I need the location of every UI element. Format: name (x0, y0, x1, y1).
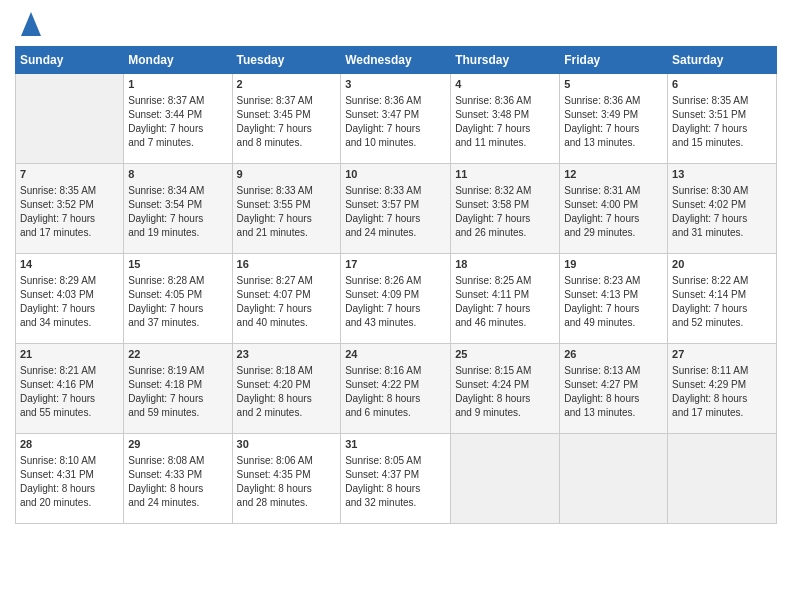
day-info: Sunrise: 8:37 AMSunset: 3:44 PMDaylight:… (128, 94, 227, 150)
day-number: 28 (20, 437, 119, 452)
col-header-tuesday: Tuesday (232, 47, 341, 74)
day-number: 10 (345, 167, 446, 182)
col-header-saturday: Saturday (668, 47, 777, 74)
day-cell: 17Sunrise: 8:26 AMSunset: 4:09 PMDayligh… (341, 254, 451, 344)
day-number: 25 (455, 347, 555, 362)
day-cell (451, 434, 560, 524)
day-info: Sunrise: 8:11 AMSunset: 4:29 PMDaylight:… (672, 364, 772, 420)
week-row-3: 14Sunrise: 8:29 AMSunset: 4:03 PMDayligh… (16, 254, 777, 344)
day-cell: 2Sunrise: 8:37 AMSunset: 3:45 PMDaylight… (232, 74, 341, 164)
day-number: 15 (128, 257, 227, 272)
day-number: 8 (128, 167, 227, 182)
calendar-table: SundayMondayTuesdayWednesdayThursdayFrid… (15, 46, 777, 524)
day-info: Sunrise: 8:37 AMSunset: 3:45 PMDaylight:… (237, 94, 337, 150)
day-cell: 23Sunrise: 8:18 AMSunset: 4:20 PMDayligh… (232, 344, 341, 434)
day-number: 9 (237, 167, 337, 182)
day-cell: 21Sunrise: 8:21 AMSunset: 4:16 PMDayligh… (16, 344, 124, 434)
day-info: Sunrise: 8:10 AMSunset: 4:31 PMDaylight:… (20, 454, 119, 510)
day-number: 16 (237, 257, 337, 272)
day-info: Sunrise: 8:18 AMSunset: 4:20 PMDaylight:… (237, 364, 337, 420)
week-row-1: 1Sunrise: 8:37 AMSunset: 3:44 PMDaylight… (16, 74, 777, 164)
day-cell: 12Sunrise: 8:31 AMSunset: 4:00 PMDayligh… (560, 164, 668, 254)
week-row-5: 28Sunrise: 8:10 AMSunset: 4:31 PMDayligh… (16, 434, 777, 524)
day-info: Sunrise: 8:16 AMSunset: 4:22 PMDaylight:… (345, 364, 446, 420)
day-cell: 14Sunrise: 8:29 AMSunset: 4:03 PMDayligh… (16, 254, 124, 344)
day-number: 13 (672, 167, 772, 182)
day-cell: 31Sunrise: 8:05 AMSunset: 4:37 PMDayligh… (341, 434, 451, 524)
day-info: Sunrise: 8:35 AMSunset: 3:52 PMDaylight:… (20, 184, 119, 240)
day-cell: 1Sunrise: 8:37 AMSunset: 3:44 PMDaylight… (124, 74, 232, 164)
day-number: 23 (237, 347, 337, 362)
day-cell: 6Sunrise: 8:35 AMSunset: 3:51 PMDaylight… (668, 74, 777, 164)
day-info: Sunrise: 8:31 AMSunset: 4:00 PMDaylight:… (564, 184, 663, 240)
day-info: Sunrise: 8:34 AMSunset: 3:54 PMDaylight:… (128, 184, 227, 240)
day-number: 18 (455, 257, 555, 272)
day-cell (16, 74, 124, 164)
day-info: Sunrise: 8:27 AMSunset: 4:07 PMDaylight:… (237, 274, 337, 330)
day-cell: 30Sunrise: 8:06 AMSunset: 4:35 PMDayligh… (232, 434, 341, 524)
header-row: SundayMondayTuesdayWednesdayThursdayFrid… (16, 47, 777, 74)
day-info: Sunrise: 8:21 AMSunset: 4:16 PMDaylight:… (20, 364, 119, 420)
day-info: Sunrise: 8:35 AMSunset: 3:51 PMDaylight:… (672, 94, 772, 150)
day-number: 12 (564, 167, 663, 182)
col-header-thursday: Thursday (451, 47, 560, 74)
day-info: Sunrise: 8:26 AMSunset: 4:09 PMDaylight:… (345, 274, 446, 330)
day-number: 26 (564, 347, 663, 362)
day-number: 6 (672, 77, 772, 92)
day-info: Sunrise: 8:36 AMSunset: 3:48 PMDaylight:… (455, 94, 555, 150)
day-number: 19 (564, 257, 663, 272)
day-cell (668, 434, 777, 524)
week-row-4: 21Sunrise: 8:21 AMSunset: 4:16 PMDayligh… (16, 344, 777, 434)
day-cell: 19Sunrise: 8:23 AMSunset: 4:13 PMDayligh… (560, 254, 668, 344)
day-number: 2 (237, 77, 337, 92)
day-number: 31 (345, 437, 446, 452)
day-cell: 20Sunrise: 8:22 AMSunset: 4:14 PMDayligh… (668, 254, 777, 344)
day-info: Sunrise: 8:36 AMSunset: 3:49 PMDaylight:… (564, 94, 663, 150)
day-number: 22 (128, 347, 227, 362)
day-number: 17 (345, 257, 446, 272)
day-info: Sunrise: 8:13 AMSunset: 4:27 PMDaylight:… (564, 364, 663, 420)
day-number: 21 (20, 347, 119, 362)
day-info: Sunrise: 8:30 AMSunset: 4:02 PMDaylight:… (672, 184, 772, 240)
day-cell: 5Sunrise: 8:36 AMSunset: 3:49 PMDaylight… (560, 74, 668, 164)
day-info: Sunrise: 8:23 AMSunset: 4:13 PMDaylight:… (564, 274, 663, 330)
col-header-wednesday: Wednesday (341, 47, 451, 74)
col-header-sunday: Sunday (16, 47, 124, 74)
day-info: Sunrise: 8:19 AMSunset: 4:18 PMDaylight:… (128, 364, 227, 420)
day-info: Sunrise: 8:05 AMSunset: 4:37 PMDaylight:… (345, 454, 446, 510)
day-number: 20 (672, 257, 772, 272)
day-info: Sunrise: 8:15 AMSunset: 4:24 PMDaylight:… (455, 364, 555, 420)
day-number: 5 (564, 77, 663, 92)
day-number: 7 (20, 167, 119, 182)
day-info: Sunrise: 8:32 AMSunset: 3:58 PMDaylight:… (455, 184, 555, 240)
header (15, 10, 777, 38)
day-cell: 4Sunrise: 8:36 AMSunset: 3:48 PMDaylight… (451, 74, 560, 164)
day-number: 1 (128, 77, 227, 92)
day-cell: 9Sunrise: 8:33 AMSunset: 3:55 PMDaylight… (232, 164, 341, 254)
day-info: Sunrise: 8:25 AMSunset: 4:11 PMDaylight:… (455, 274, 555, 330)
day-cell: 16Sunrise: 8:27 AMSunset: 4:07 PMDayligh… (232, 254, 341, 344)
day-cell: 22Sunrise: 8:19 AMSunset: 4:18 PMDayligh… (124, 344, 232, 434)
day-number: 30 (237, 437, 337, 452)
day-info: Sunrise: 8:06 AMSunset: 4:35 PMDaylight:… (237, 454, 337, 510)
day-cell: 8Sunrise: 8:34 AMSunset: 3:54 PMDaylight… (124, 164, 232, 254)
day-cell: 11Sunrise: 8:32 AMSunset: 3:58 PMDayligh… (451, 164, 560, 254)
day-number: 29 (128, 437, 227, 452)
day-number: 27 (672, 347, 772, 362)
day-cell: 28Sunrise: 8:10 AMSunset: 4:31 PMDayligh… (16, 434, 124, 524)
day-cell: 18Sunrise: 8:25 AMSunset: 4:11 PMDayligh… (451, 254, 560, 344)
day-cell: 29Sunrise: 8:08 AMSunset: 4:33 PMDayligh… (124, 434, 232, 524)
day-info: Sunrise: 8:08 AMSunset: 4:33 PMDaylight:… (128, 454, 227, 510)
day-number: 14 (20, 257, 119, 272)
day-cell: 3Sunrise: 8:36 AMSunset: 3:47 PMDaylight… (341, 74, 451, 164)
day-cell: 25Sunrise: 8:15 AMSunset: 4:24 PMDayligh… (451, 344, 560, 434)
col-header-monday: Monday (124, 47, 232, 74)
day-cell: 24Sunrise: 8:16 AMSunset: 4:22 PMDayligh… (341, 344, 451, 434)
svg-marker-0 (21, 12, 41, 36)
day-cell (560, 434, 668, 524)
col-header-friday: Friday (560, 47, 668, 74)
day-number: 24 (345, 347, 446, 362)
day-info: Sunrise: 8:29 AMSunset: 4:03 PMDaylight:… (20, 274, 119, 330)
day-cell: 10Sunrise: 8:33 AMSunset: 3:57 PMDayligh… (341, 164, 451, 254)
day-number: 3 (345, 77, 446, 92)
